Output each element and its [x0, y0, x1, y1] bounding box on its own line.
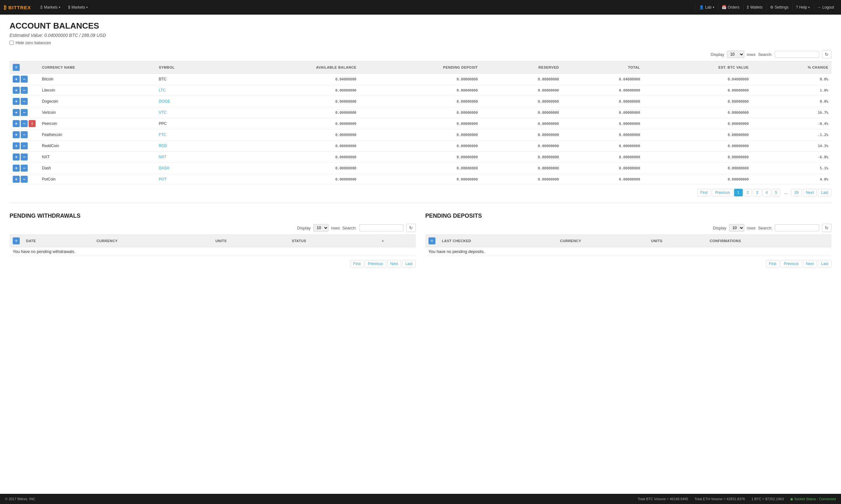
deposit-button[interactable]: + — [13, 76, 20, 83]
add-deposit-button[interactable]: + — [428, 237, 435, 245]
deposit-button[interactable]: + — [13, 165, 20, 172]
deposits-last[interactable]: Last — [818, 260, 831, 268]
pct-change: -1.2% — [752, 129, 831, 141]
pending-deposit: 0.00000000 — [359, 118, 481, 129]
available-balance: 0.00000000 — [221, 163, 359, 174]
withdrawals-display-select[interactable]: 10 25 50 — [313, 224, 329, 232]
pending-withdrawals-panel: PENDING WITHDRAWALS Display 10 25 50 row… — [10, 213, 416, 268]
symbol-link[interactable]: LTC — [159, 88, 166, 92]
withdrawals-search-input[interactable] — [359, 224, 404, 231]
withdraw-button[interactable]: − — [21, 154, 28, 161]
deposits-next[interactable]: Next — [803, 260, 817, 268]
pending-deposit: 0.00000000 — [359, 151, 481, 163]
search-input[interactable] — [775, 51, 819, 58]
nav-wallets[interactable]: ₿ Wallets — [743, 4, 766, 11]
withdraw-button[interactable]: − — [21, 109, 28, 116]
currency-name: Litecoin — [39, 85, 156, 96]
withdraw-button[interactable]: − — [21, 176, 28, 183]
nav-btc-markets[interactable]: ₿ Markets ▾ — [37, 4, 64, 11]
lower-section: PENDING WITHDRAWALS Display 10 25 50 row… — [10, 213, 831, 268]
pct-change: 0.0% — [752, 74, 831, 85]
symbol-link[interactable]: DASH — [159, 166, 169, 170]
withdrawals-refresh-button[interactable]: ↻ — [406, 224, 416, 232]
help-icon: ? — [796, 5, 798, 10]
withdrawals-previous[interactable]: Previous — [365, 260, 386, 268]
currency-name: ReddCoin — [39, 141, 156, 151]
pending-deposit: 0.00000000 — [359, 174, 481, 185]
pagination-next[interactable]: Next — [803, 189, 817, 196]
pagination-page-3[interactable]: 3 — [753, 189, 761, 196]
withdrawals-last[interactable]: Last — [402, 260, 416, 268]
pagination-page-29[interactable]: 29 — [791, 189, 802, 196]
deposits-previous[interactable]: Previous — [780, 260, 802, 268]
total: 0.00000000 — [562, 151, 643, 163]
pagination-previous[interactable]: Previous — [712, 189, 733, 196]
symbol-link[interactable]: FTC — [159, 132, 166, 137]
symbol-link[interactable]: RDD — [159, 144, 167, 148]
deposit-button[interactable]: + — [13, 176, 20, 183]
withdrawals-table: + DATE CURRENCY UNITS STATUS + You have … — [10, 235, 416, 256]
withdraw-button[interactable]: − — [21, 87, 28, 94]
deposit-button[interactable]: + — [13, 142, 20, 149]
main-content: ACCOUNT BALANCES Estimated Value: 0.0400… — [0, 15, 841, 494]
display-rows-select[interactable]: 10 25 50 100 — [727, 51, 744, 58]
pagination-page-2[interactable]: 2 — [744, 189, 752, 196]
deposit-button[interactable]: + — [13, 109, 20, 116]
deposits-table-controls: Display 10 25 50 rows Search: ↻ — [425, 224, 831, 232]
col-symbol: SYMBOL — [156, 61, 221, 74]
pagination-page-5[interactable]: 5 — [772, 189, 780, 196]
pagination-page-4[interactable]: 4 — [762, 189, 771, 196]
withdrawals-first[interactable]: First — [350, 260, 364, 268]
pct-change: -6.8% — [752, 151, 831, 163]
available-balance: 0.04000000 — [221, 74, 359, 85]
nav-lab[interactable]: 👤 Lab ▾ — [696, 4, 718, 11]
refresh-button[interactable]: ↻ — [822, 50, 831, 58]
deposits-display-select[interactable]: 10 25 50 — [729, 224, 744, 232]
currency-symbol: RDD — [156, 141, 221, 151]
pagination-last[interactable]: Last — [818, 189, 831, 196]
nav-settings[interactable]: ⚙ Settings — [767, 4, 792, 11]
brand-logo[interactable]: ₿ BITTREX — [4, 5, 31, 10]
info-button[interactable]: i — [29, 120, 36, 127]
symbol-link[interactable]: DOGE — [159, 99, 170, 104]
btc-value: 0.00000000 — [643, 118, 752, 129]
withdraw-button[interactable]: − — [21, 120, 28, 127]
pending-deposits-panel: PENDING DEPOSITS Display 10 25 50 rows S… — [425, 213, 831, 268]
withdrawals-next[interactable]: Next — [387, 260, 401, 268]
btc-value: 0.00000000 — [643, 85, 752, 96]
hide-zero-label[interactable]: Hide zero balances — [10, 40, 831, 45]
deposit-button[interactable]: + — [13, 98, 20, 105]
withdraw-button[interactable]: − — [21, 98, 28, 105]
symbol-link[interactable]: VTC — [159, 110, 166, 115]
currency-symbol: FTC — [156, 129, 221, 141]
currency-symbol: POT — [156, 174, 221, 185]
pagination-first[interactable]: First — [697, 189, 711, 196]
nav-help[interactable]: ? Help ▾ — [792, 4, 813, 11]
pct-change: 5.1% — [752, 163, 831, 174]
withdrawals-display-label: Display — [297, 226, 311, 230]
withdraw-button[interactable]: − — [21, 131, 28, 138]
symbol-link[interactable]: NXT — [159, 155, 166, 159]
add-withdrawal-button[interactable]: + — [13, 237, 20, 245]
withdraw-button[interactable]: − — [21, 142, 28, 149]
deposits-refresh-button[interactable]: ↻ — [822, 224, 831, 232]
deposits-first[interactable]: First — [766, 260, 779, 268]
nav-orders[interactable]: 📅 Orders — [718, 4, 743, 11]
withdraw-button[interactable]: − — [21, 165, 28, 172]
deposit-button[interactable]: + — [13, 154, 20, 161]
deposit-button[interactable]: + — [13, 120, 20, 127]
btc-value: 0.00000000 — [643, 129, 752, 141]
pagination-page-1[interactable]: 1 — [734, 189, 743, 196]
symbol-link[interactable]: POT — [159, 177, 167, 181]
pending-deposit: 0.00000000 — [359, 163, 481, 174]
nav-usd-markets[interactable]: $ Markets ▾ — [65, 4, 91, 11]
nav-logout[interactable]: → Logout — [814, 4, 837, 11]
withdraw-button[interactable]: − — [21, 76, 28, 83]
add-currency-button[interactable]: + — [13, 64, 20, 71]
reserved: 0.00000000 — [481, 129, 562, 141]
deposit-button[interactable]: + — [13, 131, 20, 138]
deposits-search-input[interactable] — [775, 224, 819, 231]
deposit-button[interactable]: + — [13, 87, 20, 94]
hide-zero-checkbox[interactable] — [10, 41, 14, 45]
pending-deposit: 0.00000000 — [359, 85, 481, 96]
